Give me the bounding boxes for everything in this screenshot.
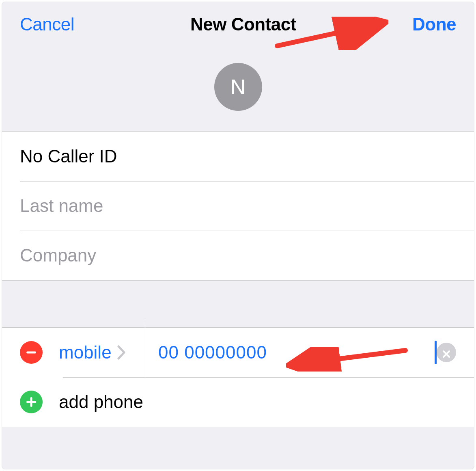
phone-number-field[interactable]: 00 00000000 [158, 342, 437, 363]
svg-rect-2 [30, 397, 32, 407]
company-row[interactable] [2, 231, 474, 280]
cancel-button[interactable]: Cancel [20, 14, 74, 35]
phone-type-label: mobile [59, 342, 112, 363]
first-name-row[interactable] [2, 132, 474, 181]
done-button[interactable]: Done [412, 14, 456, 35]
first-name-field[interactable] [20, 146, 474, 166]
phone-type-picker[interactable]: mobile [59, 328, 145, 377]
last-name-row[interactable] [2, 181, 474, 231]
page-title: New Contact [190, 14, 296, 35]
phone-number-cell[interactable]: 00 00000000 [145, 328, 437, 377]
svg-rect-0 [26, 352, 36, 354]
close-icon [442, 342, 451, 363]
plus-icon [25, 392, 37, 412]
chevron-right-icon [117, 345, 126, 360]
company-field[interactable] [20, 245, 474, 266]
text-cursor [435, 341, 437, 364]
navbar: Cancel New Contact Done [2, 2, 474, 47]
avatar-initial: N [230, 75, 246, 99]
section-gap [2, 281, 474, 327]
name-section [2, 131, 474, 281]
phone-section: mobile 00 00000000 [2, 327, 474, 427]
avatar-zone: N [2, 47, 474, 131]
add-phone-label: add phone [59, 392, 143, 412]
remove-phone-button[interactable] [20, 341, 43, 364]
new-contact-screen: Cancel New Contact Done N [2, 2, 474, 469]
minus-icon [25, 342, 37, 363]
phone-entry-row: mobile 00 00000000 [2, 328, 474, 377]
add-phone-row[interactable]: add phone [2, 377, 474, 427]
add-phone-button[interactable] [20, 391, 43, 413]
clear-phone-button[interactable] [437, 343, 456, 362]
last-name-field[interactable] [20, 196, 474, 216]
avatar[interactable]: N [214, 63, 262, 111]
